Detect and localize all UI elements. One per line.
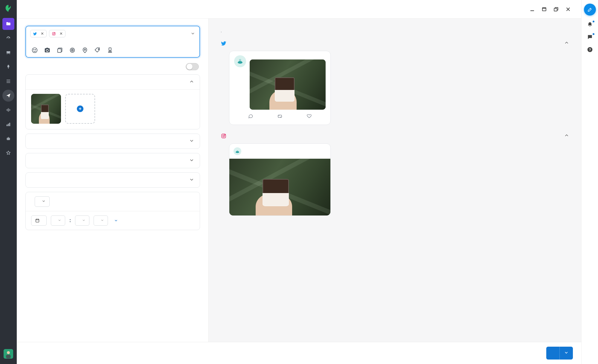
use-optimal-times-link[interactable] (112, 218, 118, 223)
svg-point-35 (84, 49, 86, 51)
remove-twitter-icon[interactable]: ✕ (41, 31, 44, 36)
schedule-split-button[interactable] (559, 347, 573, 360)
account-chip-instagram[interactable]: ✕ (49, 30, 65, 37)
chevron-down-icon (189, 157, 194, 164)
svg-rect-23 (554, 8, 557, 11)
panel-header-attached-images[interactable] (26, 75, 200, 89)
windows-stack-icon[interactable] (551, 4, 561, 14)
retweet-icon[interactable] (277, 113, 283, 120)
chevron-down-icon (114, 218, 118, 223)
close-icon[interactable] (563, 4, 573, 14)
minute-select[interactable] (75, 215, 89, 226)
when-to-post-panel: : (25, 192, 200, 230)
attached-image-thumb[interactable] (31, 94, 61, 124)
panel-header-sprout-tags[interactable] (26, 173, 200, 187)
svg-rect-12 (7, 138, 10, 140)
svg-rect-1 (7, 80, 10, 80)
preview-description: . (221, 28, 569, 34)
svg-rect-3 (7, 82, 10, 83)
svg-rect-21 (542, 7, 546, 8)
svg-rect-7 (9, 109, 10, 111)
svg-rect-15 (8, 137, 9, 138)
feedback-dot (592, 33, 595, 35)
title-bar (17, 0, 581, 19)
svg-rect-37 (109, 48, 111, 51)
svg-rect-9 (7, 125, 7, 126)
reply-icon[interactable] (248, 113, 253, 120)
chevron-down-icon (189, 138, 194, 144)
approval-icon[interactable] (107, 47, 113, 53)
add-image-button[interactable]: + (65, 94, 95, 124)
tag-icon[interactable] (94, 47, 101, 53)
compose-textarea[interactable] (30, 37, 195, 45)
svg-rect-6 (8, 108, 9, 112)
hour-select[interactable] (51, 215, 65, 226)
left-nav-rail (0, 0, 17, 364)
instagram-card (229, 143, 331, 216)
instagram-icon (221, 133, 227, 139)
time-separator: : (69, 218, 71, 223)
nav-bot[interactable] (2, 133, 14, 145)
svg-rect-8 (10, 110, 10, 111)
compose-fab[interactable] (584, 4, 596, 16)
svg-text:?: ? (589, 48, 591, 51)
svg-point-25 (53, 33, 54, 34)
svg-point-42 (225, 134, 225, 135)
schedule-button[interactable] (546, 347, 559, 360)
remove-instagram-icon[interactable]: ✕ (60, 31, 63, 36)
right-rail: ? (581, 0, 598, 364)
nav-folder[interactable] (2, 18, 14, 30)
nav-dashboard[interactable] (2, 32, 14, 44)
preview-desc-period: . (221, 29, 222, 33)
nav-reports[interactable] (2, 118, 14, 130)
collapse-instagram-icon[interactable] (564, 133, 569, 139)
nav-publish[interactable] (2, 90, 14, 102)
tweet-avatar (234, 55, 246, 67)
date-picker[interactable] (31, 215, 47, 226)
minimize-icon[interactable] (527, 4, 537, 14)
notification-dot (592, 20, 595, 23)
calendar-icon (35, 218, 40, 223)
nav-reviews[interactable] (2, 147, 14, 159)
target-icon[interactable] (69, 47, 76, 53)
svg-rect-10 (8, 124, 9, 126)
svg-point-13 (7, 139, 8, 139)
collapse-twitter-icon[interactable] (564, 40, 569, 47)
svg-rect-19 (530, 10, 534, 11)
svg-point-41 (223, 135, 225, 137)
like-icon[interactable] (306, 113, 312, 120)
footer-bar (17, 342, 581, 364)
svg-point-28 (33, 49, 34, 50)
panel-attached-images: + (25, 74, 200, 129)
panel-header-instagram-options[interactable] (26, 134, 200, 149)
twitter-icon (33, 32, 37, 36)
nav-feed[interactable] (2, 75, 14, 87)
tweet-text (250, 55, 326, 56)
tweet-card (229, 51, 331, 125)
nav-inbox[interactable] (2, 47, 14, 59)
composer-card: ✕ ✕ (25, 26, 200, 58)
nav-listening[interactable] (2, 104, 14, 116)
account-picker-caret-icon[interactable] (190, 31, 195, 37)
svg-rect-0 (8, 67, 9, 69)
app-logo (0, 0, 17, 17)
nav-pin[interactable] (2, 61, 14, 73)
account-chip-twitter[interactable]: ✕ (30, 30, 47, 37)
gallery-icon[interactable] (57, 47, 63, 53)
location-icon[interactable] (82, 47, 88, 53)
emoji-icon[interactable] (31, 47, 38, 53)
svg-rect-2 (7, 81, 10, 82)
notifications-icon[interactable] (586, 21, 594, 28)
panel-header-publishing-workflows[interactable] (26, 153, 200, 168)
draft-toggle[interactable] (186, 63, 199, 70)
help-icon[interactable]: ? (586, 46, 594, 53)
feedback-icon[interactable] (586, 33, 594, 41)
chevron-up-icon (189, 79, 194, 85)
user-avatar[interactable] (4, 349, 13, 359)
ampm-select[interactable] (94, 215, 108, 226)
svg-rect-5 (7, 109, 8, 111)
panel-sprout-tags (25, 172, 200, 188)
when-to-post-select[interactable] (35, 196, 50, 207)
camera-icon[interactable] (44, 47, 51, 53)
window-icon[interactable] (539, 4, 549, 14)
